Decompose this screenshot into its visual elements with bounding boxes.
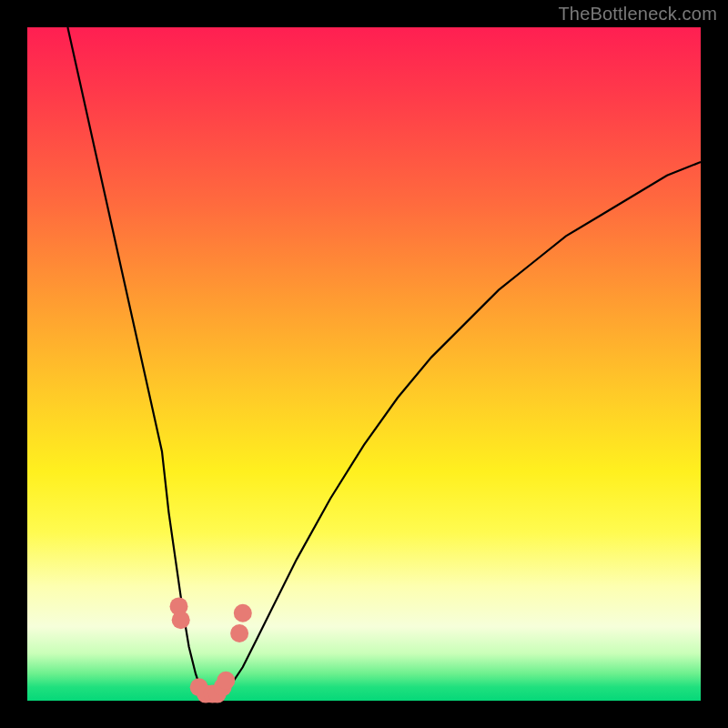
bottleneck-curve: [67, 27, 701, 701]
outer-frame: TheBottleneck.com: [0, 0, 728, 728]
data-marker: [230, 624, 248, 642]
data-marker: [172, 611, 190, 629]
data-markers: [170, 597, 252, 703]
data-marker: [217, 672, 235, 690]
watermark-text: TheBottleneck.com: [558, 4, 717, 25]
gradient-plot-area: [27, 27, 701, 701]
chart-svg: [27, 27, 701, 701]
data-marker: [234, 604, 252, 622]
